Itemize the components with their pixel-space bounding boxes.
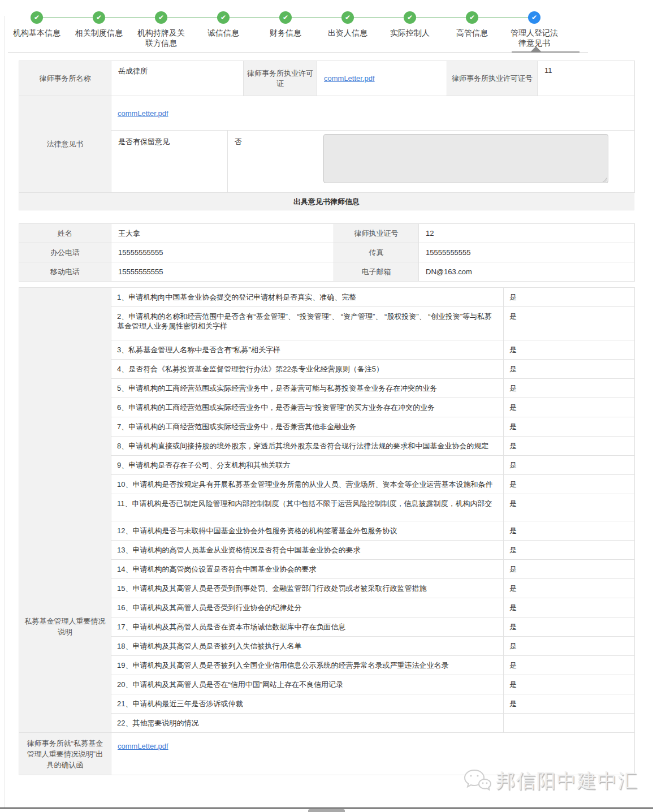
question-text: 16、申请机构及其高管人员是否受到行业协会的纪律处分 <box>111 598 504 617</box>
table-row: 18、申请机构及其高管人员是否被列入失信被执行人名单是 <box>19 637 635 656</box>
question-text: 8、申请机构直接或间接持股的境外股东，穿透后其境外股东是否符合现行法律法规的要求… <box>111 437 504 456</box>
check-icon: ✔ <box>404 11 416 24</box>
step-label: 相关制度信息 <box>75 28 123 38</box>
step-investor-info[interactable]: ✔ 出资人信息 <box>317 11 379 48</box>
email-label: 电子邮箱 <box>334 262 419 282</box>
legal-opinion-file-link[interactable]: commLetter.pdf <box>118 109 168 118</box>
lawyer-info-table: 姓名 王大拿 律师执业证号 12 办公电话 15555555555 传真 155… <box>19 223 635 282</box>
step-org-basic-info[interactable]: ✔ 机构基本信息 <box>6 11 68 48</box>
page-left-border <box>5 16 5 807</box>
stepper-divider <box>8 52 588 53</box>
question-text: 14、申请机构的高管岗位设置是否符合中国基金业协会的要求 <box>111 560 504 579</box>
reservation-note-textarea[interactable] <box>323 134 608 183</box>
table-row: 2、申请机构的名称和经营范围中是否含有“基金管理”、 “投资管理”、 “资产管理… <box>19 307 635 340</box>
previous-step-button[interactable]: 上一步 <box>308 809 345 812</box>
lawyer-name-label: 姓名 <box>19 224 111 243</box>
table-row: 5、申请机构的工商经营范围或实际经营业务中，是否兼营可能与私募投资基金业务存在冲… <box>19 379 635 398</box>
question-text: 19、申请机构及其高管人员是否被列入全国企业信用信息公示系统的经营异常名录或严重… <box>111 656 504 675</box>
lawyer-license-no-value: 12 <box>419 224 635 243</box>
answer-value: 是 <box>504 560 635 579</box>
law-firm-table: 律师事务所名称 岳成律所 律师事务所执业许可证 commLetter.pdf 律… <box>19 61 635 96</box>
table-row: 19、申请机构及其高管人员是否被列入全国企业信用信息公示系统的经营异常名录或严重… <box>19 656 635 675</box>
check-icon: ✔ <box>155 11 167 24</box>
question-text: 2、申请机构的名称和经营范围中是否含有“基金管理”、 “投资管理”、 “资产管理… <box>111 307 504 340</box>
side-spacer-cell <box>19 288 111 521</box>
table-row: 10、申请机构是否按规定具有开展私募基金管理业务所需的从业人员、营业场所、资本金… <box>19 475 635 494</box>
email-value: DN@163.com <box>419 262 635 282</box>
answer-value <box>504 714 635 733</box>
confirmation-file-link[interactable]: commLetter.pdf <box>118 742 168 750</box>
step-finance-info[interactable]: ✔ 财务信息 <box>254 11 317 48</box>
table-row: 8、申请机构直接或间接持股的境外股东，穿透后其境外股东是否符合现行法律法规的要求… <box>19 437 635 456</box>
check-icon: ✔ <box>93 11 105 24</box>
step-related-rules[interactable]: ✔ 相关制度信息 <box>68 11 130 48</box>
law-firm-license-label: 律师事务所执业许可证 <box>244 61 317 96</box>
law-firm-name-label: 律师事务所名称 <box>19 61 111 96</box>
table-row: 14、申请机构的高管岗位设置是否符合中国基金业协会的要求是 <box>19 560 635 579</box>
reservation-value: 否 <box>235 137 242 146</box>
answer-value: 是 <box>504 340 635 360</box>
important-notes-label: 私募基金管理人重要情况说明 <box>19 521 111 733</box>
step-label: 机构持牌及关联方信息 <box>135 28 187 48</box>
question-text: 13、申请机构的高管人员基金从业资格情况是否符合中国基金业协会的要求 <box>111 541 504 560</box>
step-integrity-info[interactable]: ✔ 诚信信息 <box>192 11 254 48</box>
lawyer-license-no-label: 律师执业证号 <box>334 224 419 243</box>
license-file-link[interactable]: commLetter.pdf <box>324 74 375 83</box>
question-text: 10、申请机构是否按规定具有开展私募基金管理业务所需的从业人员、营业场所、资本金… <box>111 475 504 494</box>
table-row: 21、申请机构最近三年是否涉诉或仲裁是 <box>19 694 635 714</box>
table-row: 20、申请机构及其高管人员是否在“信用中国”网站上存在不良信用记录是 <box>19 675 635 694</box>
question-text: 12、申请机构是否与未取得中国基金业协会外包服务资格的机构签署基金外包服务协议 <box>111 521 504 541</box>
step-label: 机构基本信息 <box>13 28 60 38</box>
form-content: 律师事务所名称 岳成律所 律师事务所执业许可证 commLetter.pdf 律… <box>19 61 634 812</box>
answer-value: 是 <box>504 617 635 637</box>
question-text: 22、其他需要说明的情况 <box>111 714 504 733</box>
table-row: 11、申请机构是否已制定风险管理和内部控制制度（其中包括不限于运营风险控制制度，… <box>19 494 635 521</box>
step-label: 管理人登记法律意见书 <box>508 28 560 48</box>
step-legal-opinion-active[interactable]: ✔ 管理人登记法律意见书 <box>503 11 565 48</box>
table-row: 法律意见书 commLetter.pdf <box>19 96 635 131</box>
step-label: 出资人信息 <box>328 28 367 38</box>
answer-value: 是 <box>504 694 635 714</box>
table-row: 7、申请机构的工商经营范围或实际经营业务中，是否兼营其他非金融业务是 <box>19 417 635 437</box>
answer-value: 是 <box>504 417 635 437</box>
step-label: 高管信息 <box>456 28 488 38</box>
watermark: 邦信阳中建中汇 <box>463 768 638 794</box>
answer-value: 是 <box>504 360 635 379</box>
table-row: 15、申请机构及其高管人员是否受到刑事处罚、金融监管部门行政处罚或者被采取行政监… <box>19 579 635 598</box>
answer-value: 是 <box>504 288 635 307</box>
law-firm-name-value: 岳成律所 <box>111 61 244 96</box>
step-actual-controller[interactable]: ✔ 实际控制人 <box>379 11 441 48</box>
question-text: 5、申请机构的工商经营范围或实际经营业务中，是否兼营可能与私募投资基金业务存在冲… <box>111 379 504 398</box>
law-firm-license-no-label: 律师事务所执业许可证号 <box>447 61 538 96</box>
active-step-pointer-icon <box>530 46 542 52</box>
answer-value: 是 <box>504 307 635 340</box>
question-text: 3、私募基金管理人名称中是否含有“私募”相关字样 <box>111 340 504 360</box>
table-row: 办公电话 15555555555 传真 15555555555 <box>19 243 635 262</box>
speech-bubbles-logo-icon <box>463 768 492 794</box>
table-row: 私募基金管理人重要情况说明 12、申请机构是否与未取得中国基金业协会外包服务资格… <box>19 521 635 541</box>
step-license-related-parties[interactable]: ✔ 机构持牌及关联方信息 <box>130 11 192 48</box>
office-phone-label: 办公电话 <box>19 243 111 262</box>
table-row: 是否有保留意见 否 <box>19 131 635 193</box>
question-text: 11、申请机构是否已制定风险管理和内部控制制度（其中包括不限于运营风险控制制度，… <box>111 494 504 521</box>
check-icon: ✔ <box>341 11 354 24</box>
check-icon: ✔ <box>279 11 292 24</box>
check-icon: ✔ <box>217 11 230 24</box>
important-notes-table: 1、申请机构向中国基金业协会提交的登记申请材料是否真实、准确、完整 是 2、申请… <box>19 287 635 775</box>
answer-value: 是 <box>504 579 635 598</box>
question-text: 18、申请机构及其高管人员是否被列入失信被执行人名单 <box>111 637 504 656</box>
table-row: 17、申请机构及其高管人员是否在资本市场诚信数据库中存在负面信息是 <box>19 617 635 637</box>
check-icon: ✔ <box>528 11 540 24</box>
question-text: 15、申请机构及其高管人员是否受到刑事处罚、金融监管部门行政处罚或者被采取行政监… <box>111 579 504 598</box>
answer-value: 是 <box>504 456 635 475</box>
answer-value: 是 <box>504 656 635 675</box>
table-row: 1、申请机构向中国基金业协会提交的登记申请材料是否真实、准确、完整 是 <box>19 288 635 307</box>
answer-value: 是 <box>504 475 635 494</box>
step-executives-info[interactable]: ✔ 高管信息 <box>441 11 503 48</box>
table-row: 16、申请机构及其高管人员是否受到行业协会的纪律处分是 <box>19 598 635 617</box>
table-row: 移动电话 15555555555 电子邮箱 DN@163.com <box>19 262 635 282</box>
mobile-phone-label: 移动电话 <box>19 262 111 282</box>
question-text: 6、申请机构的工商经营范围或实际经营业务中，是否兼营与“投资管理”的买方业务存在… <box>111 398 504 417</box>
table-row: 4、是否符合《私募投资基金监督管理暂行办法》第22条专业化经营原则（备注5）是 <box>19 360 635 379</box>
table-row: 姓名 王大拿 律师执业证号 12 <box>19 224 635 243</box>
